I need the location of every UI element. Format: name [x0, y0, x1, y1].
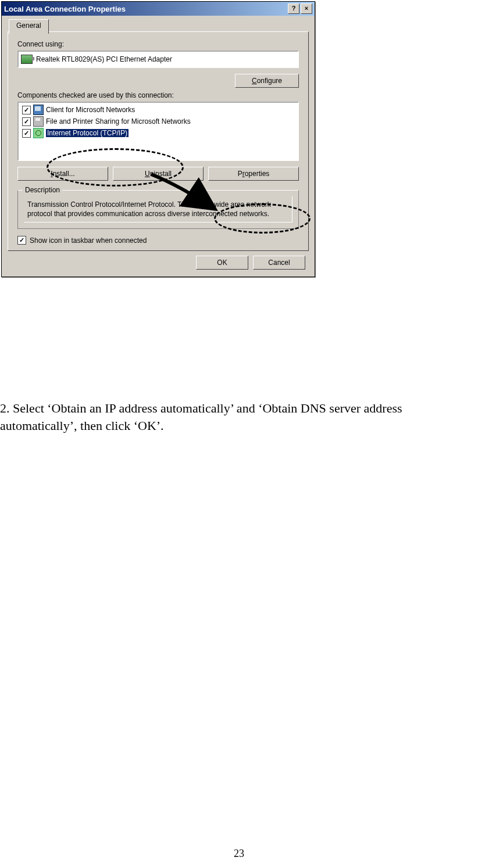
tab-strip: General: [8, 19, 309, 32]
instruction-text: 2. Select ‘Obtain an IP address automati…: [0, 400, 477, 434]
description-group: Description Transmission Control Protoco…: [17, 190, 299, 229]
uninstall-button[interactable]: Uninstall: [113, 167, 204, 181]
tab-panel: Connect using: Realtek RTL8029(AS) PCI E…: [8, 31, 309, 251]
window-title: Local Area Connection Properties: [4, 5, 287, 13]
install-button[interactable]: Install...: [17, 167, 108, 181]
printer-icon: [33, 116, 44, 127]
connect-using-label: Connect using:: [17, 40, 299, 48]
close-button[interactable]: ×: [301, 3, 312, 14]
component-label: File and Printer Sharing for Microsoft N…: [46, 117, 191, 125]
component-row[interactable]: ✓ Internet Protocol (TCP/IP): [21, 127, 295, 139]
protocol-icon: [33, 128, 44, 138]
properties-dialog: Local Area Connection Properties ? × Gen…: [1, 1, 315, 277]
components-list[interactable]: ✓ Client for Microsoft Networks ✓ File a…: [17, 102, 299, 161]
nic-icon: [21, 55, 33, 64]
ok-button[interactable]: OK: [196, 256, 248, 270]
adapter-name: Realtek RTL8029(AS) PCI Ethernet Adapter: [36, 55, 172, 63]
checkbox-icon[interactable]: ✓: [22, 129, 31, 138]
component-row[interactable]: ✓ File and Printer Sharing for Microsoft…: [21, 116, 295, 127]
page-number: 23: [0, 848, 478, 860]
component-label: Client for Microsoft Networks: [46, 106, 135, 114]
adapter-field: Realtek RTL8029(AS) PCI Ethernet Adapter: [17, 51, 299, 68]
tab-general[interactable]: General: [9, 19, 49, 34]
component-row[interactable]: ✓ Client for Microsoft Networks: [21, 104, 295, 116]
configure-button[interactable]: Configure: [235, 74, 299, 88]
client-icon: [33, 105, 44, 115]
titlebar: Local Area Connection Properties ? ×: [2, 2, 315, 16]
description-title: Description: [23, 186, 62, 194]
checkbox-icon[interactable]: ✓: [22, 117, 31, 126]
checkbox-icon[interactable]: ✓: [22, 106, 31, 114]
cancel-button[interactable]: Cancel: [253, 256, 305, 270]
show-icon-label: Show icon in taskbar when connected: [30, 236, 147, 245]
properties-button[interactable]: Properties: [208, 167, 299, 181]
description-text: Transmission Control Protocol/Internet P…: [24, 196, 292, 223]
components-label: Components checked are used by this conn…: [17, 91, 299, 99]
component-label: Internet Protocol (TCP/IP): [46, 129, 129, 137]
show-icon-checkbox[interactable]: ✓: [17, 236, 26, 245]
help-button[interactable]: ?: [288, 3, 299, 14]
